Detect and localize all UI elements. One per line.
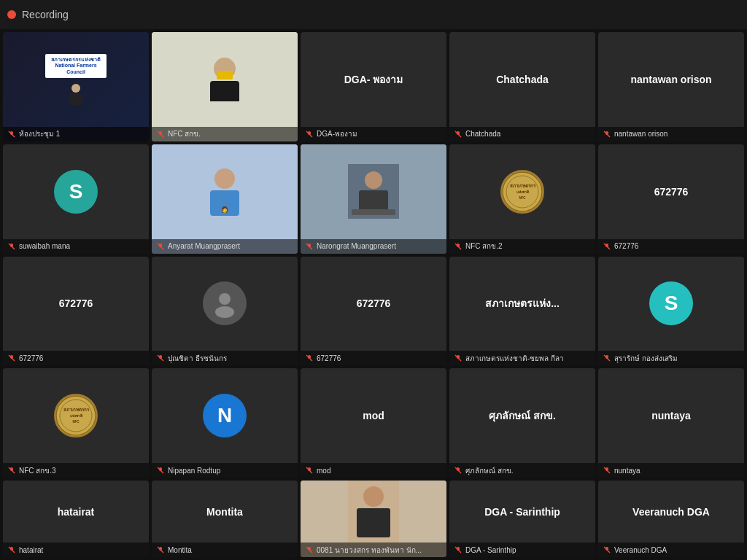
tile-label-room1: ห้องประชุม 1 bbox=[3, 127, 149, 141]
mic-muted-icon bbox=[7, 545, 16, 554]
tile-display-name-chatchada: Chatchada bbox=[493, 71, 551, 88]
avatar-letter-nipapan: N bbox=[203, 394, 247, 438]
tile-label-sutlak: ศุภลักษณ์ สกข. bbox=[449, 463, 595, 478]
tile-label-text-saphakasert: สภาเกษตรแห่งชาติ-ชยพล กีลา bbox=[465, 353, 591, 364]
tile-label-text-chatchada: Chatchada bbox=[465, 130, 591, 138]
tile-label-text-nuntaya: nuntaya bbox=[614, 467, 740, 475]
participant-tile-dga-pongam: DGA- พองาม DGA-พองาม bbox=[301, 32, 446, 141]
participant-tile-montita: Montita Montita bbox=[152, 481, 298, 557]
tile-label-puchita: ปุณชิตา ธีรชนันกร bbox=[152, 351, 298, 365]
svg-point-35 bbox=[215, 306, 234, 318]
mic-muted-icon bbox=[305, 242, 314, 251]
tile-media-mod: mod bbox=[301, 368, 446, 463]
participant-tile-672776-3: 672776 672776 bbox=[301, 257, 446, 366]
tile-media-sutlak: ศุภลักษณ์ สกข. bbox=[449, 368, 595, 463]
tile-display-name-veeranuch: Veeranuch DGA bbox=[630, 503, 713, 521]
tile-label-text-veeranuch: Veeranuch DGA bbox=[614, 546, 740, 554]
participant-tile-nfc-sgk2: สภาเกษตรกร แห่งชาติ NFC NFC สกข.2 bbox=[449, 144, 595, 254]
tile-media-nipapan: N bbox=[152, 368, 298, 463]
anyarat-photo: 👩 bbox=[152, 144, 298, 239]
narongrat-photo bbox=[301, 144, 446, 239]
mic-muted-icon bbox=[454, 545, 462, 554]
tile-display-name-mod: mod bbox=[360, 407, 387, 424]
tile-display-name-montita: Montita bbox=[204, 503, 246, 521]
participant-tile-narongrat: Narongrat Muangprasert bbox=[301, 144, 446, 254]
mic-muted-icon bbox=[156, 130, 165, 139]
mic-muted-icon bbox=[305, 466, 314, 475]
tile-label-suwaibah: suwaibah mana bbox=[3, 239, 149, 254]
mic-muted-icon bbox=[603, 545, 611, 554]
tile-display-name-672776-2: 672776 bbox=[56, 295, 96, 312]
tile-media-montita: Montita bbox=[152, 481, 298, 542]
nfc-person-video bbox=[152, 32, 298, 127]
mic-muted-icon bbox=[7, 242, 16, 251]
tile-label-text-suraruk: สุรารักษ์ กองส่งเสริม bbox=[614, 353, 740, 364]
tile-label-text-dga-sarinthip: DGA - Sarinthip bbox=[465, 546, 591, 554]
mic-muted-icon bbox=[305, 130, 314, 139]
participant-tile-nfc-sgk: NFC สกข. bbox=[152, 32, 298, 141]
participant-tile-puchita: ปุณชิตา ธีรชนันกร bbox=[152, 257, 298, 366]
tile-label-text-nfc-sgk2: NFC สกข.2 bbox=[465, 241, 591, 252]
tile-media-suwaibah: S bbox=[3, 144, 149, 239]
tile-label-nfc-sgk2: NFC สกข.2 bbox=[449, 239, 595, 254]
tile-media-nantawan: nantawan orison bbox=[598, 32, 744, 127]
avatar-letter-suraruk: S bbox=[649, 281, 693, 325]
svg-text:สภาเกษตรกร: สภาเกษตรกร bbox=[510, 184, 536, 188]
tile-label-hatairat: hatairat bbox=[3, 542, 149, 557]
svg-text:NFC: NFC bbox=[72, 420, 80, 424]
tile-label-text-hatairat: hatairat bbox=[19, 546, 144, 554]
participant-tile-672776-2: 672776 672776 bbox=[3, 257, 149, 366]
tile-display-name-sutlak: ศุภลักษณ์ สกข. bbox=[486, 405, 559, 427]
man-photo-0081 bbox=[301, 481, 446, 542]
tile-label-montita: Montita bbox=[152, 542, 298, 557]
tile-media-chatchada: Chatchada bbox=[449, 32, 595, 127]
mic-muted-icon bbox=[156, 242, 165, 251]
tile-media-nfc-sgk2: สภาเกษตรกร แห่งชาติ NFC bbox=[449, 144, 595, 239]
mic-muted-icon bbox=[603, 130, 611, 139]
tile-label-text-puchita: ปุณชิตา ธีรชนันกร bbox=[168, 353, 293, 364]
tile-label-nuntaya: nuntaya bbox=[598, 463, 744, 478]
svg-point-64 bbox=[363, 486, 384, 507]
tile-media-dga-sarinthip: DGA - Sarinthip bbox=[449, 481, 595, 542]
mic-muted-icon bbox=[7, 354, 16, 362]
tile-media-672776-3: 672776 bbox=[301, 257, 446, 351]
tile-label-mod: mod bbox=[301, 463, 446, 478]
tile-media-anyarat: 👩 bbox=[152, 144, 298, 239]
tile-label-text-672776-2: 672776 bbox=[19, 354, 144, 362]
tile-media-saphakasert: สภาเกษตรแห่ง... bbox=[449, 257, 595, 351]
tile-label-text-montita: Montita bbox=[168, 546, 293, 554]
participant-tile-nipapan: N Nipapan Rodtup bbox=[152, 368, 298, 478]
topbar: Recording bbox=[0, 0, 747, 29]
mic-muted-icon bbox=[305, 545, 314, 554]
participant-tile-0081: 0081 นายวงสกร ทองพันทา นัก... bbox=[301, 481, 446, 557]
tile-label-narongrat: Narongrat Muangprasert bbox=[301, 239, 446, 254]
tile-label-672776-1: 672776 bbox=[598, 239, 744, 254]
tile-label-text-sutlak: ศุภลักษณ์ สกข. bbox=[465, 465, 591, 476]
tile-display-name-hatairat: hatairat bbox=[55, 503, 98, 521]
svg-text:แห่งชาติ: แห่งชาติ bbox=[70, 413, 83, 418]
tile-media-672776-2: 672776 bbox=[3, 257, 149, 351]
participant-tile-mod: mod mod bbox=[301, 368, 446, 478]
tile-media-672776-1: 672776 bbox=[598, 144, 744, 239]
tile-label-text-narongrat: Narongrat Muangprasert bbox=[317, 242, 442, 250]
avatar-silhouette-puchita bbox=[203, 281, 247, 325]
participant-tile-sutlak: ศุภลักษณ์ สกข. ศุภลักษณ์ สกข. bbox=[449, 368, 595, 478]
tile-display-name-dga-pongam: DGA- พองาม bbox=[341, 69, 406, 90]
tile-label-suraruk: สุรารักษ์ กองส่งเสริม bbox=[598, 351, 744, 365]
tile-label-nipapan: Nipapan Rodtup bbox=[152, 463, 298, 478]
participant-tile-nfc-sgk3: สภาเกษตรกร แห่งชาติ NFC NFC สกข.3 bbox=[3, 368, 149, 478]
room1-video: สภาเกษตรกรแห่งชาติNational FarmersCounci… bbox=[3, 32, 149, 127]
tile-label-saphakasert: สภาเกษตรแห่งชาติ-ชยพล กีลา bbox=[449, 351, 595, 365]
tile-media-hatairat: hatairat bbox=[3, 481, 149, 542]
tile-label-text-dga-pongam: DGA-พองาม bbox=[317, 128, 442, 139]
mic-muted-icon bbox=[454, 130, 462, 139]
tile-label-text-nantawan: nantawan orison bbox=[614, 130, 740, 138]
svg-text:สภาเกษตรกร: สภาเกษตรกร bbox=[63, 408, 90, 412]
mic-muted-icon bbox=[7, 130, 16, 139]
svg-point-12 bbox=[214, 168, 235, 189]
svg-rect-19 bbox=[359, 190, 388, 212]
participants-grid: สภาเกษตรกรแห่งชาติNational FarmersCounci… bbox=[0, 29, 747, 560]
tile-label-672776-2: 672776 bbox=[3, 351, 149, 365]
tile-media-puchita bbox=[152, 257, 298, 351]
tile-label-chatchada: Chatchada bbox=[449, 127, 595, 141]
